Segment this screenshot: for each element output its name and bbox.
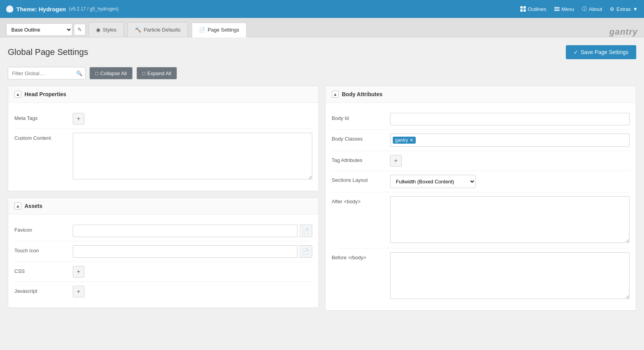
- tab-page-settings[interactable]: 📄 Page Settings: [192, 23, 247, 37]
- expand-all-label: Expand All: [147, 70, 171, 76]
- before-body-textarea[interactable]: [390, 252, 630, 299]
- touch-icon-control: 📄: [73, 245, 312, 258]
- body-classes-label: Body Classes: [332, 134, 390, 142]
- head-properties-section: ▲ Head Properties Meta Tags + Custom Con…: [8, 86, 319, 191]
- save-btn-label: Save Page Settings: [581, 49, 628, 55]
- body-classes-row: Body Classes gantry ✕: [332, 130, 630, 151]
- expand-all-button[interactable]: □ Expand All: [136, 67, 177, 79]
- assets-header: ▲ Assets: [8, 198, 318, 215]
- body-classes-control: gantry ✕: [390, 134, 630, 147]
- touch-icon-file-wrap: 📄: [73, 245, 312, 258]
- custom-content-textarea[interactable]: [73, 133, 312, 179]
- extras-label: Extras: [616, 6, 631, 12]
- head-properties-toggle[interactable]: ▲: [14, 91, 21, 98]
- body-attributes-body: Body Id Body Classes gantry ✕: [326, 103, 636, 310]
- info-icon: ⓘ: [582, 5, 587, 12]
- favicon-file-wrap: 📄: [73, 225, 312, 237]
- page-title: Global Page Settings: [8, 47, 88, 57]
- tag-attributes-control: +: [390, 155, 630, 167]
- wrench-icon: 🔨: [135, 27, 141, 33]
- tab-particle-defaults[interactable]: 🔨 Particle Defaults: [128, 22, 188, 37]
- javascript-row: Javascript +: [14, 282, 312, 301]
- chevron-down-icon: ▼: [633, 6, 638, 12]
- head-properties-title: Head Properties: [24, 91, 66, 97]
- menu-label: Menu: [562, 6, 574, 12]
- menu-nav-link[interactable]: Menu: [554, 6, 574, 12]
- javascript-add-button[interactable]: +: [73, 286, 84, 297]
- extras-nav-link[interactable]: ⚙ Extras ▼: [610, 6, 638, 12]
- touch-icon-label: Touch Icon: [14, 245, 73, 253]
- body-attributes-title: Body Attributes: [342, 91, 382, 97]
- assets-section: ▲ Assets Favicon 📄: [8, 197, 319, 308]
- about-nav-link[interactable]: ⓘ About: [582, 5, 602, 12]
- sections-layout-select[interactable]: Fullwidth (Boxed Content) Fullwidth (Flu…: [390, 175, 476, 188]
- gantry-logo: gantry: [609, 27, 638, 37]
- custom-content-label: Custom Content: [14, 133, 73, 141]
- tag-attributes-label: Tag Attributes: [332, 155, 390, 163]
- tab-bar-left: Base Outline ✎ ◉ Styles 🔨 Particle Defau…: [6, 22, 609, 37]
- theme-version: (v5.2.17 / g5_hydrogen): [69, 6, 119, 12]
- assets-body: Favicon 📄 Touch Icon: [8, 215, 318, 308]
- outlines-nav-link[interactable]: Outlines: [520, 6, 546, 12]
- favicon-label: Favicon: [14, 225, 73, 233]
- body-id-input[interactable]: [390, 113, 630, 125]
- sections-layout-row: Sections Layout Fullwidth (Boxed Content…: [332, 171, 630, 192]
- outlines-label: Outlines: [528, 6, 546, 12]
- tag-label: gantry: [395, 137, 408, 143]
- before-body-label: Before </body>: [332, 252, 390, 260]
- main-content: Global Page Settings ✓ Save Page Setting…: [0, 37, 644, 350]
- head-properties-header: ▲ Head Properties: [8, 86, 318, 103]
- filter-bar: 🔍 □ Collapse All □ Expand All: [8, 67, 636, 79]
- javascript-control: +: [73, 286, 312, 297]
- body-attributes-toggle[interactable]: ▲: [332, 91, 339, 98]
- custom-content-row: Custom Content: [14, 129, 312, 185]
- css-label: CSS: [14, 266, 73, 274]
- touch-icon-text-input[interactable]: [73, 245, 298, 258]
- before-body-row: Before </body>: [332, 248, 630, 304]
- javascript-label: Javascript: [14, 286, 73, 294]
- expand-icon: □: [142, 70, 145, 76]
- right-column: ▲ Body Attributes Body Id Body Classes: [325, 86, 636, 317]
- collapse-all-button[interactable]: □ Collapse All: [89, 67, 133, 79]
- body-attributes-section: ▲ Body Attributes Body Id Body Classes: [325, 86, 636, 311]
- meta-tags-add-button[interactable]: +: [73, 113, 84, 125]
- assets-toggle[interactable]: ▲: [14, 202, 21, 209]
- head-properties-body: Meta Tags + Custom Content: [8, 103, 318, 191]
- page-header: Global Page Settings ✓ Save Page Setting…: [8, 45, 636, 59]
- app-title: Theme: Hydrogen (v5.2.17 / g5_hydrogen): [6, 5, 511, 12]
- meta-tags-row: Meta Tags +: [14, 109, 312, 129]
- tag-attributes-row: Tag Attributes +: [332, 151, 630, 171]
- body-id-row: Body Id: [332, 109, 630, 130]
- filter-global-input[interactable]: [8, 67, 86, 79]
- save-page-settings-button[interactable]: ✓ Save Page Settings: [566, 45, 636, 59]
- favicon-text-input[interactable]: [73, 225, 298, 237]
- css-add-button[interactable]: +: [73, 266, 84, 278]
- favicon-file-button[interactable]: 📄: [299, 225, 312, 237]
- after-body-textarea[interactable]: [390, 196, 630, 243]
- top-bar: Theme: Hydrogen (v5.2.17 / g5_hydrogen) …: [0, 0, 644, 18]
- tag-attributes-add-button[interactable]: +: [390, 155, 402, 167]
- edit-outline-button[interactable]: ✎: [74, 24, 86, 35]
- tab-page-settings-label: Page Settings: [208, 27, 239, 33]
- tab-styles[interactable]: ◉ Styles: [89, 22, 124, 37]
- left-column: ▲ Head Properties Meta Tags + Custom Con…: [8, 86, 319, 317]
- after-body-row: After <body>: [332, 192, 630, 248]
- body-id-label: Body Id: [332, 113, 390, 121]
- tag-close-icon[interactable]: ✕: [410, 138, 413, 142]
- touch-icon-row: Touch Icon 📄: [14, 241, 312, 262]
- touch-icon-file-button[interactable]: 📄: [299, 245, 312, 258]
- before-body-control: [390, 252, 630, 300]
- tab-particle-defaults-label: Particle Defaults: [144, 27, 180, 33]
- body-attributes-header: ▲ Body Attributes: [326, 86, 636, 103]
- custom-content-control: [73, 133, 312, 181]
- outline-selector: Base Outline ✎: [6, 23, 86, 36]
- outline-select[interactable]: Base Outline: [6, 23, 72, 36]
- collapse-all-label: Collapse All: [100, 70, 127, 76]
- file-icon: 📄: [199, 27, 205, 33]
- css-control: +: [73, 266, 312, 278]
- meta-tags-label: Meta Tags: [14, 113, 73, 121]
- after-body-control: [390, 196, 630, 244]
- favicon-control: 📄: [73, 225, 312, 237]
- body-classes-tag-input[interactable]: gantry ✕: [390, 134, 630, 147]
- css-row: CSS +: [14, 262, 312, 282]
